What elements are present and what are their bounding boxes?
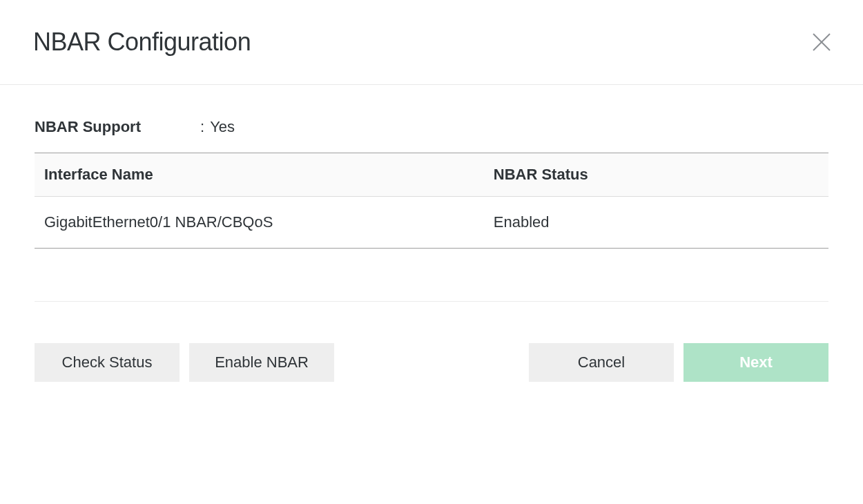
footer-left-actions: Check Status Enable NBAR bbox=[35, 343, 334, 382]
nbar-support-value: Yes bbox=[210, 118, 235, 136]
enable-nbar-button[interactable]: Enable NBAR bbox=[189, 343, 334, 382]
dialog-title: NBAR Configuration bbox=[33, 28, 251, 57]
table-row: GigabitEthernet0/1 NBAR/CBQoS Enabled bbox=[35, 197, 828, 249]
colon-separator: : bbox=[200, 118, 206, 136]
cell-nbar-status: Enabled bbox=[494, 213, 819, 231]
check-status-button[interactable]: Check Status bbox=[35, 343, 180, 382]
table-header-row: Interface Name NBAR Status bbox=[35, 153, 828, 197]
cancel-button[interactable]: Cancel bbox=[529, 343, 674, 382]
next-button[interactable]: Next bbox=[683, 343, 828, 382]
dialog-content: NBAR Support : Yes Interface Name NBAR S… bbox=[0, 85, 863, 302]
interfaces-table: Interface Name NBAR Status GigabitEthern… bbox=[35, 153, 828, 249]
dialog-header: NBAR Configuration bbox=[0, 0, 863, 85]
cell-interface-name: GigabitEthernet0/1 NBAR/CBQoS bbox=[44, 213, 494, 231]
footer-right-actions: Cancel Next bbox=[529, 343, 828, 382]
close-icon[interactable] bbox=[811, 31, 833, 53]
col-header-interface: Interface Name bbox=[44, 166, 494, 184]
nbar-support-row: NBAR Support : Yes bbox=[35, 118, 828, 153]
col-header-status: NBAR Status bbox=[494, 166, 819, 184]
nbar-support-label: NBAR Support bbox=[35, 118, 200, 136]
dialog-footer: Check Status Enable NBAR Cancel Next bbox=[0, 302, 863, 382]
